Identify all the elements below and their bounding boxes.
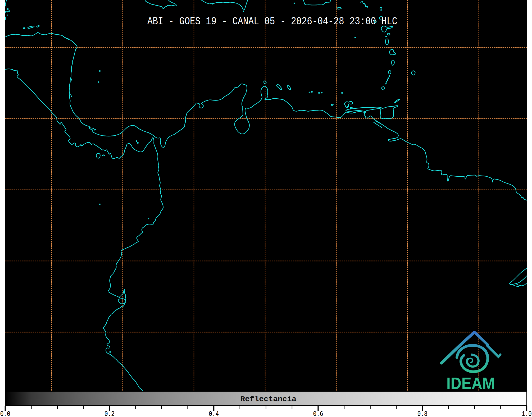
svg-text:0.8: 0.8 [417, 410, 428, 417]
svg-text:1.0: 1.0 [522, 410, 532, 417]
svg-text:0.4: 0.4 [209, 410, 219, 417]
svg-text:0.0: 0.0 [0, 410, 10, 417]
svg-text:Reflectancia: Reflectancia [240, 395, 297, 403]
svg-text:0.2: 0.2 [104, 410, 115, 417]
svg-text:0.6: 0.6 [313, 410, 323, 417]
svg-text:ABI - GOES 19 - CANAL 05 - 202: ABI - GOES 19 - CANAL 05 - 2026-04-28 23… [147, 15, 397, 28]
svg-text:IDEAM: IDEAM [447, 374, 495, 392]
